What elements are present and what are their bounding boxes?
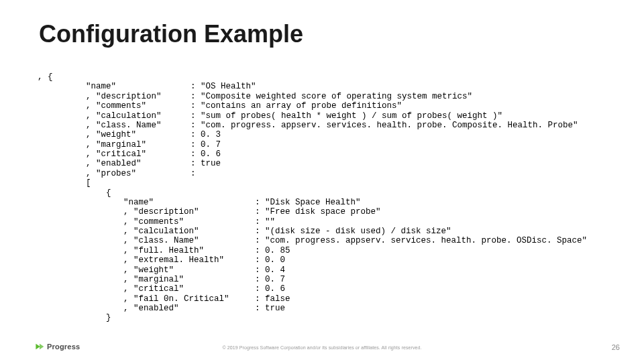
footer: Progress © 2019 Progress Software Corpor… bbox=[0, 342, 644, 355]
code-block: , {"name": "OS Health", "description": "… bbox=[38, 72, 587, 323]
slide-title: Configuration Example bbox=[39, 20, 303, 48]
copyright: © 2019 Progress Software Corporation and… bbox=[0, 345, 644, 350]
page-number: 26 bbox=[612, 343, 620, 351]
